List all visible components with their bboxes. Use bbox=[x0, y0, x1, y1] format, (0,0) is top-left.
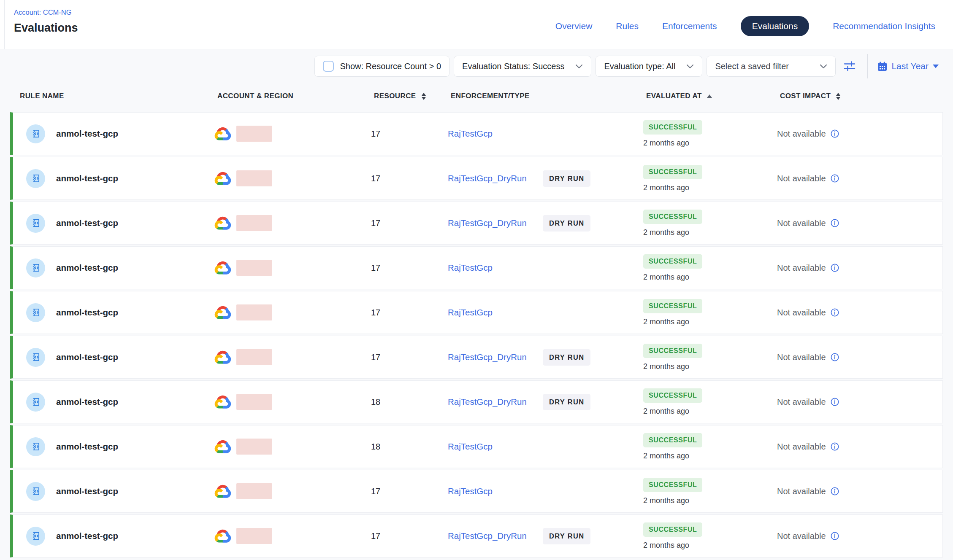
enforcement-link[interactable]: RajTestGcp bbox=[448, 442, 493, 452]
enforcement-link[interactable]: RajTestGcp bbox=[448, 307, 493, 318]
enforcement-link[interactable]: RajTestGcp_DryRun bbox=[448, 397, 527, 407]
gcp-cloud-icon bbox=[214, 350, 231, 364]
info-icon[interactable] bbox=[831, 264, 839, 272]
table-row[interactable]: anmol-test-gcp 17 RajTestGcp_DryRun DRY … bbox=[10, 514, 943, 557]
tab-evaluations[interactable]: Evaluations bbox=[741, 16, 810, 36]
rule-code-icon bbox=[30, 173, 41, 184]
rule-code-icon bbox=[30, 396, 41, 407]
cost-impact-value: Not available bbox=[777, 218, 826, 228]
rule-code-icon bbox=[30, 486, 41, 497]
rule-name: anmol-test-gcp bbox=[56, 129, 118, 139]
table-row[interactable]: anmol-test-gcp 18 RajTestGcp_DryRun DRY … bbox=[10, 380, 943, 423]
sort-ascending-icon[interactable] bbox=[707, 94, 712, 98]
rule-name: anmol-test-gcp bbox=[56, 531, 118, 541]
enforcement-link[interactable]: RajTestGcp bbox=[448, 263, 493, 273]
account-region-cell bbox=[214, 215, 371, 231]
enforcement-cell: RajTestGcp_DryRun DRY RUN bbox=[448, 352, 643, 362]
rule-avatar bbox=[26, 482, 45, 501]
info-icon[interactable] bbox=[831, 398, 839, 406]
cost-impact-value: Not available bbox=[777, 308, 826, 318]
enforcement-link[interactable]: RajTestGcp bbox=[448, 129, 493, 139]
tab-enforcements[interactable]: Enforcements bbox=[662, 21, 717, 31]
column-header-cost-impact[interactable]: COST IMPACT bbox=[780, 92, 943, 100]
evaluated-at-cell: SUCCESSFUL 2 months ago bbox=[643, 433, 777, 460]
rule-name: anmol-test-gcp bbox=[56, 263, 118, 273]
cost-impact-value: Not available bbox=[777, 353, 826, 362]
column-header-resource[interactable]: RESOURCE bbox=[374, 92, 451, 100]
resource-count: 17 bbox=[371, 129, 448, 139]
dry-run-badge: DRY RUN bbox=[543, 215, 590, 232]
cost-impact-cell: Not available bbox=[777, 531, 942, 541]
info-icon[interactable] bbox=[831, 442, 839, 451]
enforcement-cell: RajTestGcp_DryRun DRY RUN bbox=[448, 218, 643, 228]
enforcement-link[interactable]: RajTestGcp_DryRun bbox=[448, 173, 527, 183]
status-badge: SUCCESSFUL bbox=[643, 165, 702, 179]
sort-icon[interactable] bbox=[421, 93, 426, 100]
table-header: RULE NAME ACCOUNT & REGION RESOURCE ENFO… bbox=[10, 78, 943, 112]
evaluated-time: 2 months ago bbox=[643, 496, 689, 505]
enforcement-link[interactable]: RajTestGcp_DryRun bbox=[448, 218, 527, 228]
table-row[interactable]: anmol-test-gcp 17 RajTestGcp DRY RUN SUC… bbox=[10, 246, 943, 289]
evaluation-type-dropdown[interactable]: Evaluation type: All bbox=[596, 56, 702, 77]
resource-count: 18 bbox=[371, 397, 448, 407]
rule-code-icon bbox=[30, 262, 41, 273]
dry-run-badge: DRY RUN bbox=[543, 528, 590, 544]
status-badge: SUCCESSFUL bbox=[643, 254, 702, 269]
tab-rules[interactable]: Rules bbox=[616, 21, 639, 31]
table-row[interactable]: anmol-test-gcp 17 RajTestGcp_DryRun DRY … bbox=[10, 336, 943, 379]
cost-impact-value: Not available bbox=[777, 442, 826, 452]
cost-impact-cell: Not available bbox=[777, 397, 942, 407]
column-header-account-region: ACCOUNT & REGION bbox=[217, 92, 374, 100]
cost-impact-value: Not available bbox=[777, 487, 826, 496]
table-row[interactable]: anmol-test-gcp 18 RajTestGcp DRY RUN SUC… bbox=[10, 425, 943, 468]
resource-count: 18 bbox=[371, 442, 448, 452]
resource-count-filter[interactable]: Show: Resource Count > 0 bbox=[314, 56, 449, 77]
evaluation-status-dropdown[interactable]: Evaluation Status: Success bbox=[454, 56, 591, 77]
rule-code-icon bbox=[30, 307, 41, 318]
info-icon[interactable] bbox=[831, 174, 839, 183]
info-icon[interactable] bbox=[831, 308, 839, 317]
rule-name-cell: anmol-test-gcp bbox=[13, 527, 214, 546]
account-breadcrumb-link[interactable]: Account: CCM-NG bbox=[14, 8, 72, 16]
date-range-button[interactable]: Last Year bbox=[876, 61, 940, 71]
tab-recommendation-insights[interactable]: Recommendation Insights bbox=[833, 21, 935, 31]
enforcement-link[interactable]: RajTestGcp_DryRun bbox=[448, 531, 527, 541]
column-header-evaluated-at[interactable]: EVALUATED AT bbox=[646, 92, 780, 100]
rule-name: anmol-test-gcp bbox=[56, 352, 118, 362]
info-icon[interactable] bbox=[831, 353, 839, 361]
evaluated-at-cell: SUCCESSFUL 2 months ago bbox=[643, 299, 777, 326]
enforcement-link[interactable]: RajTestGcp_DryRun bbox=[448, 352, 527, 362]
evaluated-time: 2 months ago bbox=[643, 362, 689, 371]
table-row[interactable]: anmol-test-gcp 17 RajTestGcp DRY RUN SUC… bbox=[10, 112, 943, 155]
table-row[interactable]: anmol-test-gcp 17 RajTestGcp DRY RUN SUC… bbox=[10, 470, 943, 513]
saved-filter-dropdown[interactable]: Select a saved filter bbox=[707, 56, 836, 77]
left-edge-divider bbox=[4, 0, 5, 49]
account-name-redacted bbox=[236, 483, 272, 499]
rule-avatar bbox=[26, 124, 45, 143]
page-content: Show: Resource Count > 0 Evaluation Stat… bbox=[0, 49, 953, 560]
tab-overview[interactable]: Overview bbox=[555, 21, 593, 31]
gcp-cloud-icon bbox=[214, 305, 231, 320]
evaluated-at-cell: SUCCESSFUL 2 months ago bbox=[643, 522, 777, 550]
evaluated-at-cell: SUCCESSFUL 2 months ago bbox=[643, 388, 777, 416]
table-row[interactable]: anmol-test-gcp 17 RajTestGcp_DryRun DRY … bbox=[10, 202, 943, 245]
filter-settings-button[interactable] bbox=[840, 56, 859, 77]
resource-count: 17 bbox=[371, 174, 448, 183]
saved-filter-placeholder: Select a saved filter bbox=[715, 62, 789, 71]
info-icon[interactable] bbox=[831, 129, 839, 138]
sort-icon[interactable] bbox=[836, 93, 841, 100]
enforcement-cell: RajTestGcp DRY RUN bbox=[448, 307, 643, 318]
table-row[interactable]: anmol-test-gcp 17 RajTestGcp DRY RUN SUC… bbox=[10, 291, 943, 334]
account-name-redacted bbox=[236, 260, 272, 276]
account-name-redacted bbox=[236, 215, 272, 231]
account-name-redacted bbox=[236, 394, 272, 410]
resource-count-checkbox[interactable] bbox=[323, 61, 334, 72]
table-row[interactable]: anmol-test-gcp 17 RajTestGcp_DryRun DRY … bbox=[10, 157, 943, 200]
info-icon[interactable] bbox=[831, 532, 839, 540]
evaluated-at-cell: SUCCESSFUL 2 months ago bbox=[643, 254, 777, 282]
rule-name-cell: anmol-test-gcp bbox=[13, 437, 214, 456]
rule-code-icon bbox=[30, 352, 41, 363]
info-icon[interactable] bbox=[831, 487, 839, 495]
enforcement-link[interactable]: RajTestGcp bbox=[448, 486, 493, 496]
info-icon[interactable] bbox=[831, 219, 839, 227]
